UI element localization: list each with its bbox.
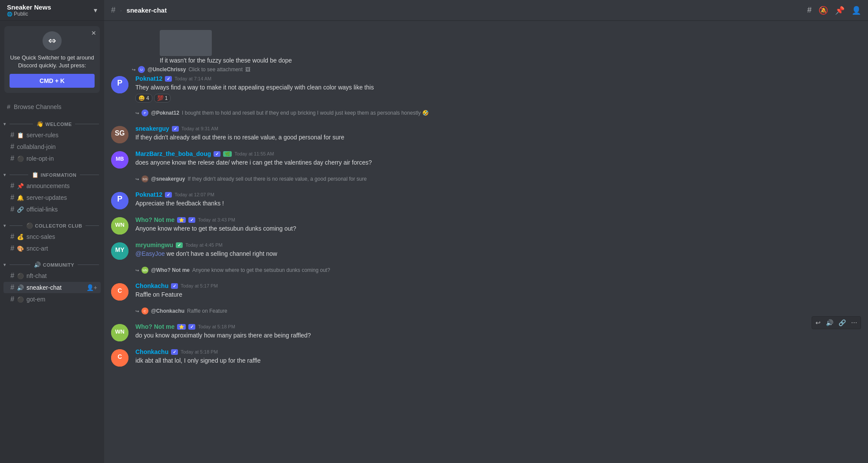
verified-badge: ✓ bbox=[171, 349, 178, 355]
muted-bell-icon[interactable]: 🔕 bbox=[819, 6, 828, 15]
channel-sncc-art[interactable]: # 🎨 sncc-art bbox=[3, 243, 101, 254]
speaker-icon: 🔊 bbox=[17, 284, 24, 291]
server-info: Sneaker News 🌐 Public bbox=[7, 3, 51, 17]
more-button[interactable]: ⋯ bbox=[849, 318, 859, 327]
server-visibility: 🌐 Public bbox=[7, 11, 51, 17]
reply-to-username: @sneakerguy bbox=[151, 176, 185, 182]
message-header: Chonkachu ✓ Today at 5:18 PM bbox=[135, 348, 861, 355]
category-community[interactable]: ▾ 🔊 COMMUNITY bbox=[0, 255, 104, 270]
reply-curve-icon: ↪ bbox=[135, 309, 139, 314]
quick-switcher-icon-area: ⇔ bbox=[10, 31, 95, 50]
avatar-sneakerguy: SG bbox=[111, 126, 128, 143]
bell-icon: 🔔 bbox=[17, 195, 24, 201]
svg-text:MY: MY bbox=[115, 246, 125, 253]
members-topbar-icon[interactable]: 👤 bbox=[852, 6, 861, 15]
channel-sncc-sales[interactable]: # 💰 sncc-sales bbox=[3, 231, 101, 242]
server-header[interactable]: Sneaker News 🌐 Public ▾ bbox=[0, 0, 104, 21]
channel-official-links[interactable]: # 🔗 official-links bbox=[3, 204, 101, 215]
avatar-marzbarz: MB bbox=[111, 151, 128, 169]
avatar-chonkachu: C bbox=[111, 283, 128, 301]
cat-divider-right bbox=[78, 265, 99, 265]
message-row: WN Who? Not me ⭐ ✓ Today at 3:43 PM Anyo… bbox=[104, 215, 868, 236]
message-row: If it wasn't for the fuzzy sole these wo… bbox=[104, 28, 868, 66]
browse-channels-button[interactable]: # Browse Channels bbox=[0, 100, 104, 114]
add-member-icon[interactable]: 👤+ bbox=[86, 284, 97, 291]
message-timestamp: Today at 11:55 AM bbox=[234, 151, 274, 156]
category-collector-club[interactable]: ▾ ⚫ COLLECTOR CLUB bbox=[0, 215, 104, 231]
channel-sneaker-chat[interactable]: # 🔊 sneaker-chat 👤+ bbox=[3, 282, 101, 293]
hash-icon: # bbox=[10, 245, 14, 252]
avatar-whosnotme-2: WN bbox=[111, 324, 128, 341]
hover-actions-visible: ↩ 🔊 🔗 ⋯ bbox=[812, 316, 861, 329]
message-row: ↪ SG @sneakerguy If they didn't already … bbox=[104, 170, 868, 211]
svg-text:C: C bbox=[118, 353, 122, 360]
message-content: mryumingwu ✓ Today at 4:45 PM @EasyJoe w… bbox=[135, 241, 861, 260]
username-whosnotme[interactable]: Who? Not me bbox=[135, 216, 174, 223]
avatar-poknat12-2: P bbox=[111, 192, 128, 209]
topbar-left: # · sneaker-chat bbox=[111, 5, 167, 15]
sidebar: Sneaker News 🌐 Public ▾ ✕ ⇔ Use Quick Sw… bbox=[0, 0, 104, 463]
close-popup-button[interactable]: ✕ bbox=[91, 30, 96, 36]
message-content: sneakerguy ✓ Today at 9:31 AM If they di… bbox=[135, 125, 861, 143]
reply-preview-row: ↪ U @UncleChrissy Click to see attachmen… bbox=[104, 66, 868, 73]
category-arrow-community: ▾ bbox=[3, 262, 6, 267]
channel-announcements[interactable]: # 📌 announcements bbox=[3, 180, 101, 192]
username-chonkachu[interactable]: Chonkachu bbox=[135, 282, 168, 289]
channel-server-rules[interactable]: # 📋 server-rules bbox=[3, 129, 101, 141]
message-timestamp: Today at 12:07 PM bbox=[174, 192, 214, 197]
message-row: ↪ C @Chonkachu Raffle on Feature WN Who?… bbox=[104, 302, 868, 343]
username-marzbarz[interactable]: MarzBarz_the_boba_doug bbox=[135, 150, 211, 157]
message-header: sneakerguy ✓ Today at 9:31 AM bbox=[135, 125, 861, 132]
username-mryumingwu[interactable]: mryumingwu bbox=[135, 241, 173, 248]
topbar: # · sneaker-chat # 🔕 📌 👤 bbox=[104, 0, 868, 21]
channel-collabland-join[interactable]: # collabland-join bbox=[3, 141, 101, 152]
message-row: MB MarzBarz_the_boba_doug ✓ 🌿 Today at 1… bbox=[104, 149, 868, 170]
reply-avatar-unchrissy: U bbox=[138, 66, 145, 73]
link-button[interactable]: 🔗 bbox=[837, 318, 848, 327]
reaction-100[interactable]: 💯 1 bbox=[154, 94, 171, 103]
verified-badge: ✓ bbox=[172, 126, 179, 132]
pin-topbar-icon[interactable]: 📌 bbox=[835, 6, 845, 15]
category-information[interactable]: ▾ 📋 INFORMATION bbox=[0, 165, 104, 180]
channel-nft-chat[interactable]: # ⚫ nft-chat bbox=[3, 270, 101, 281]
reply-avatar: P bbox=[141, 109, 148, 116]
message-text: They always find a way to make it not ap… bbox=[135, 83, 861, 92]
svg-text:MB: MB bbox=[116, 156, 124, 162]
collector-emoji-icon: ⚫ bbox=[26, 222, 33, 229]
category-welcome[interactable]: ▾ 👋 WELCOME bbox=[0, 114, 104, 129]
reply-text: If they didn't already sell out there is… bbox=[187, 176, 367, 182]
channel-got-em[interactable]: # ⚫ got-em bbox=[3, 294, 101, 305]
hash-icon: # bbox=[10, 272, 14, 280]
hash-icon: # bbox=[10, 155, 14, 162]
main-content: # · sneaker-chat # 🔕 📌 👤 If it wasn't fo… bbox=[104, 0, 868, 463]
message-content: Poknat12 ✓ Today at 7:14 AM They always … bbox=[135, 75, 861, 103]
avatar-mryumingwu: MY bbox=[111, 242, 128, 260]
channel-role-opt-in[interactable]: # ⚫ role-opt-in bbox=[3, 153, 101, 164]
category-arrow-info: ▾ bbox=[3, 172, 6, 177]
username-sneakerguy[interactable]: sneakerguy bbox=[135, 125, 169, 132]
reaction-laugh[interactable]: 😄 4 bbox=[135, 94, 152, 103]
channel-server-updates[interactable]: # 🔔 server-updates bbox=[3, 192, 101, 203]
message-text: If it wasn't for the fuzzy sole these wo… bbox=[160, 56, 861, 65]
username-poknat12-2[interactable]: Poknat12 bbox=[135, 191, 162, 198]
reply-button[interactable]: ↩ bbox=[814, 318, 822, 327]
audio-button[interactable]: 🔊 bbox=[824, 318, 835, 327]
username-chonkachu-2[interactable]: Chonkachu bbox=[135, 348, 168, 355]
message-content: Who? Not me ⭐ ✓ Today at 3:43 PM Anyone … bbox=[135, 216, 861, 235]
message-content: Chonkachu ✓ Today at 5:17 PM Raffle on F… bbox=[135, 282, 861, 301]
message-row: ↪ WN @Who? Not me Anyone know where to g… bbox=[104, 261, 868, 302]
message-content: Poknat12 ✓ Today at 12:07 PM Appreciate … bbox=[135, 191, 861, 209]
username-whosnotme-2[interactable]: Who? Not me bbox=[135, 323, 174, 330]
username-poknat12[interactable]: Poknat12 bbox=[135, 75, 162, 82]
cmd-k-button[interactable]: CMD + K bbox=[10, 74, 95, 88]
nft-icon: ⚫ bbox=[17, 273, 24, 279]
message-content: If it wasn't for the fuzzy sole these wo… bbox=[160, 28, 861, 65]
hash-icon: # bbox=[10, 194, 14, 202]
reply-curve-icon: ↪ bbox=[135, 111, 139, 116]
art-icon: 🎨 bbox=[17, 245, 24, 252]
hash-icon: # bbox=[10, 284, 14, 291]
message-header: Who? Not me ⭐ ✓ Today at 3:43 PM bbox=[135, 216, 861, 223]
channels-list: ▾ 👋 WELCOME # 📋 server-rules # collablan… bbox=[0, 114, 104, 463]
check-badge: ✓ bbox=[176, 242, 183, 248]
hash-search-icon[interactable]: # bbox=[807, 6, 812, 15]
